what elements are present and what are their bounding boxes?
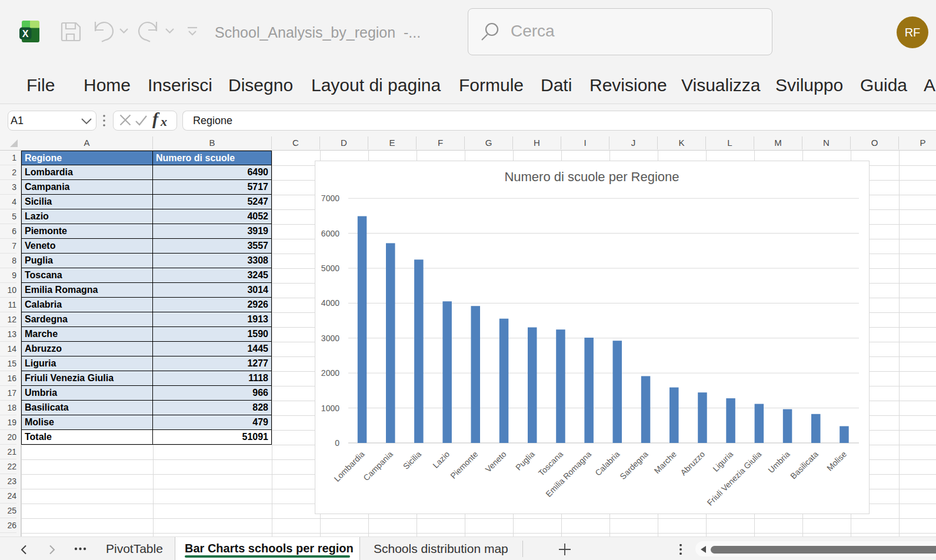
svg-text:2000: 2000: [321, 368, 339, 378]
svg-text:Numero di scuole per Regione: Numero di scuole per Regione: [504, 169, 679, 184]
svg-text:X: X: [22, 29, 29, 39]
svg-text:1000: 1000: [321, 404, 339, 413]
svg-text:3000: 3000: [321, 334, 339, 343]
svg-text:5000: 5000: [321, 264, 339, 273]
svg-text:4000: 4000: [321, 298, 339, 308]
svg-text:6000: 6000: [321, 229, 339, 238]
svg-text:7000: 7000: [321, 194, 339, 203]
svg-text:0: 0: [335, 438, 339, 448]
